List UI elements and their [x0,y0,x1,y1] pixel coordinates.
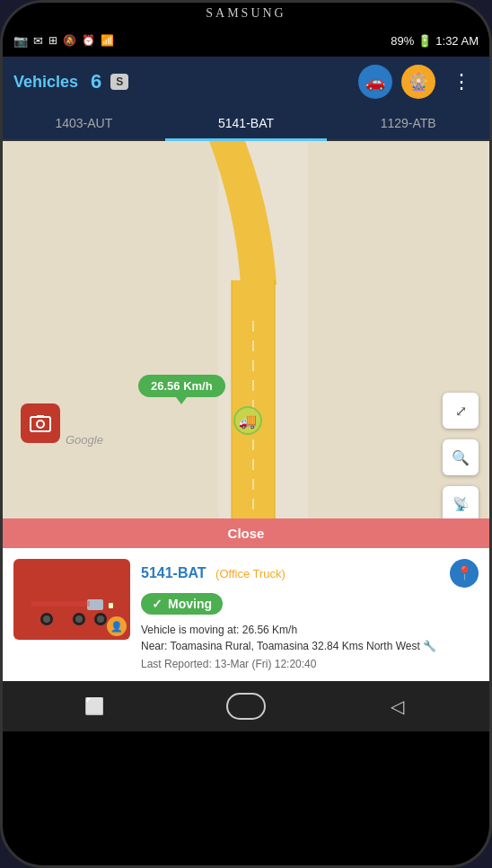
svg-point-8 [37,421,44,428]
truck-illustration [27,572,117,626]
vehicle-tabs: 1403-AUT 5141-BAT 1129-ATB [3,107,489,141]
mute-status-icon: 🔕 [63,34,76,47]
map-background [3,141,489,518]
tab-1129-atb[interactable]: 1129-ATB [327,107,489,139]
map-search-icon: 🔍 [452,449,470,466]
nav-title: Vehicles [13,73,78,92]
vehicle-marker: 🚚 [233,406,262,435]
top-nav: Vehicles 6 S 🚗 🎡 ⋮ [3,57,489,107]
wrench-icon: 🔧 [423,640,436,652]
tab-1403-aut[interactable]: 1403-AUT [3,107,165,139]
samsung-brand: SAMSUNG [3,3,489,24]
wheel-view-button[interactable]: 🎡 [401,65,435,99]
home-button[interactable] [226,693,266,720]
map-container[interactable]: Google 26.56 Km/h 🚚 ⤢ 🔍 📡 [3,141,489,518]
vehicle-name-group: 5141-BAT (Office Truck) [141,565,286,581]
battery-icon: 🔋 [417,34,432,48]
alarm-status-icon: ⏰ [82,34,95,47]
pin-icon: 📍 [456,565,473,581]
status-moving-badge: ✓ Moving [141,593,223,615]
status-left-icons: 📷 ✉ ⊞ 🔕 ⏰ 📶 [13,34,114,48]
svg-rect-7 [31,417,50,431]
cast-status-icon: ⊞ [48,34,57,47]
back-button[interactable]: ◁ [382,690,414,722]
location-text: Near: Toamasina Rural, Toamasina 32.84 K… [141,638,479,654]
svg-rect-19 [31,601,90,607]
nav-s-badge: S [110,74,128,90]
check-icon: ✓ [152,597,163,611]
speed-bubble: 26.56 Km/h [138,375,225,397]
phone-inner: SAMSUNG 📷 ✉ ⊞ 🔕 ⏰ 📶 89% 🔋 1:32 AM Vehicl… [3,3,489,865]
avatar-icon: 👤 [110,621,123,633]
speed-detail: Vehicle is moving at: 26.56 Km/h [141,624,297,636]
last-report-text: Last Reported: 13-Mar (Fri) 12:20:40 [141,658,479,670]
bottom-nav: ⬜ ◁ [3,681,489,731]
map-location-icon: 📡 [452,496,470,512]
recent-apps-button[interactable]: ⬜ [78,690,110,722]
camera-icon [30,412,51,434]
svg-rect-1 [3,141,218,518]
back-icon: ◁ [391,695,404,717]
time-text: 1:32 AM [435,34,479,48]
phone-frame: SAMSUNG 📷 ✉ ⊞ 🔕 ⏰ 📶 89% 🔋 1:32 AM Vehicl… [0,0,492,868]
car-view-button[interactable]: 🚗 [358,65,392,99]
wifi-status-icon: 📶 [101,34,114,47]
tab-5141-bat[interactable]: 5141-BAT [165,107,328,139]
vehicle-info: 5141-BAT (Office Truck) 📍 ✓ Moving Vehic… [141,559,479,670]
fullscreen-button[interactable]: ⤢ [443,393,479,429]
map-location-button[interactable]: 📡 [443,486,479,518]
speed-info-text: Vehicle is moving at: 26.56 Km/h [141,622,479,638]
more-icon: ⋮ [452,70,471,93]
close-label: Close [228,526,265,541]
vehicle-card: 👤 5141-BAT (Office Truck) 📍 ✓ Moving [3,548,489,681]
status-bar: 📷 ✉ ⊞ 🔕 ⏰ 📶 89% 🔋 1:32 AM [3,24,489,57]
map-camera-button[interactable] [21,403,60,443]
fullscreen-icon: ⤢ [455,403,467,420]
last-report-detail: Last Reported: 13-Mar (Fri) 12:20:40 [141,658,316,670]
svg-point-16 [75,616,83,623]
more-options-button[interactable]: ⋮ [444,65,479,99]
svg-rect-9 [37,415,44,418]
pin-button[interactable]: 📍 [450,559,479,588]
samsung-label: SAMSUNG [206,6,286,20]
camera-status-icon: 📷 [13,34,28,48]
car-icon: 🚗 [365,72,385,92]
google-watermark: Google [66,433,103,447]
vehicle-name: 5141-BAT [141,565,206,580]
driver-avatar-badge: 👤 [107,616,127,636]
battery-text: 89% [391,34,414,48]
status-text: Moving [168,597,212,611]
steering-wheel-icon: 🎡 [409,72,428,92]
svg-rect-20 [109,603,113,608]
email-status-icon: ✉ [33,34,43,48]
svg-point-14 [43,616,50,623]
close-bar[interactable]: Close [3,518,489,548]
vehicle-type: (Office Truck) [215,567,286,580]
status-right-info: 89% 🔋 1:32 AM [391,34,479,48]
location-detail: Near: Toamasina Rural, Toamasina 32.84 K… [141,640,420,652]
speed-value: 26.56 Km/h [151,379,213,393]
recent-apps-icon: ⬜ [84,696,104,716]
nav-count: 6 [91,70,101,93]
svg-point-18 [97,616,104,623]
vehicle-marker-icon: 🚚 [239,412,257,430]
vehicle-name-row: 5141-BAT (Office Truck) 📍 [141,559,479,588]
map-search-button[interactable]: 🔍 [443,439,479,475]
vehicle-thumbnail: 👤 [13,559,130,640]
